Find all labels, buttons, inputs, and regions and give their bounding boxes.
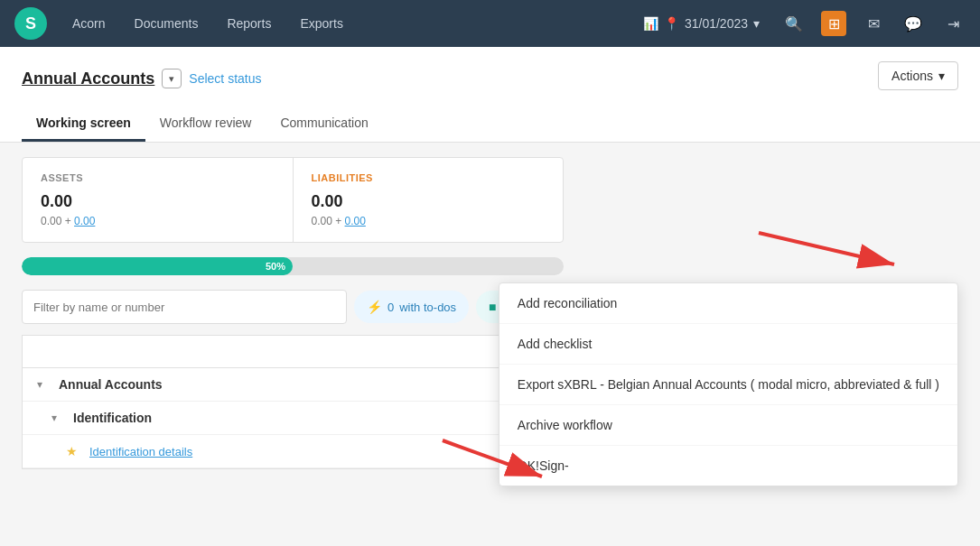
breadcrumb: Annual Accounts ▾ Select status Actions … <box>22 61 958 96</box>
pin-icon: 📍 <box>664 16 679 31</box>
liabilities-label: LIABILITIES <box>312 172 546 183</box>
row-chevron-identification[interactable]: ▾ <box>51 412 66 424</box>
assets-label: ASSETS <box>41 172 275 183</box>
liabilities-card: LIABILITIES 0.00 0.00 + 0.00 <box>293 158 564 242</box>
tab-workflow-review[interactable]: Workflow review <box>145 106 266 142</box>
assets-value: 0.00 <box>41 192 275 211</box>
chart-icon: 📊 <box>643 16 658 31</box>
liabilities-link[interactable]: 0.00 <box>345 215 366 227</box>
nav-acorn[interactable]: Acorn <box>61 11 117 36</box>
progress-bar-background: 50% <box>22 257 564 275</box>
progress-section: 50% <box>22 257 564 275</box>
page-header: Annual Accounts ▾ Select status Actions … <box>0 47 980 143</box>
progress-label: 50% <box>266 261 293 272</box>
main-content: ASSETS 0.00 0.00 + 0.00 LIABILITIES 0.00… <box>0 143 980 484</box>
chevron-down-icon: ▾ <box>938 69 945 83</box>
filter-input[interactable] <box>22 290 347 324</box>
progress-bar-fill: 50% <box>22 257 293 275</box>
actions-dropdown-menu: Add reconciliation Add checklist Export … <box>499 282 958 486</box>
title-dropdown-btn[interactable]: ▾ <box>162 69 182 88</box>
dropdown-archive-workflow[interactable]: Archive workflow <box>499 405 957 446</box>
liabilities-sub: 0.00 + 0.00 <box>312 215 546 227</box>
chevron-down-icon: ▾ <box>753 16 760 31</box>
tabs-row: Working screen Workflow review Communica… <box>22 106 958 142</box>
square-icon: ■ <box>489 300 496 314</box>
chip-todos-label: with to-dos <box>399 301 456 314</box>
dropdown-export-sxbrl[interactable]: Export sXBRL - Belgian Annual Accounts (… <box>499 365 957 405</box>
nav-icon-group: 🔍 ⊞ ✉ 💬 ⇥ <box>781 11 966 36</box>
nav-date-display[interactable]: 📊 📍 31/01/2023 ▾ <box>643 16 760 31</box>
assets-sub: 0.00 + 0.00 <box>41 215 275 227</box>
page-title[interactable]: Annual Accounts <box>22 69 154 88</box>
exit-icon[interactable]: ⇥ <box>940 11 966 36</box>
assets-link[interactable]: 0.00 <box>74 215 95 227</box>
identification-details-link[interactable]: Identification details <box>89 445 503 458</box>
balance-cards: ASSETS 0.00 0.00 + 0.00 LIABILITIES 0.00… <box>22 157 564 243</box>
nav-documents[interactable]: Documents <box>124 11 210 36</box>
star-icon[interactable]: ★ <box>66 444 82 458</box>
actions-button[interactable]: Actions ▾ <box>878 61 958 90</box>
row-chevron-annual[interactable]: ▾ <box>37 378 51 391</box>
app-logo[interactable]: S <box>14 7 47 40</box>
dropdown-add-checklist[interactable]: Add checklist <box>499 324 957 365</box>
dropdown-oksign[interactable]: OK!Sign- <box>499 446 957 486</box>
top-navigation: S Acorn Documents Reports Exports 📊 📍 31… <box>0 0 980 47</box>
nav-exports[interactable]: Exports <box>289 11 353 36</box>
assets-card: ASSETS 0.00 0.00 + 0.00 <box>23 158 293 242</box>
lightning-icon: ⚡ <box>367 300 382 314</box>
tab-working-screen[interactable]: Working screen <box>22 106 145 142</box>
grid-icon[interactable]: ⊞ <box>821 11 846 36</box>
liabilities-value: 0.00 <box>312 192 546 211</box>
nav-reports[interactable]: Reports <box>216 11 282 36</box>
chat-icon[interactable]: 💬 <box>901 11 926 36</box>
tab-communication[interactable]: Communication <box>266 106 382 142</box>
dropdown-add-reconciliation[interactable]: Add reconciliation <box>499 283 957 324</box>
chip-todos-value: 0 <box>387 301 394 314</box>
mail-icon[interactable]: ✉ <box>861 11 886 36</box>
select-status-btn[interactable]: Select status <box>189 71 261 86</box>
chip-todos[interactable]: ⚡ 0 with to-dos <box>354 291 469 323</box>
search-icon[interactable]: 🔍 <box>781 11 807 36</box>
